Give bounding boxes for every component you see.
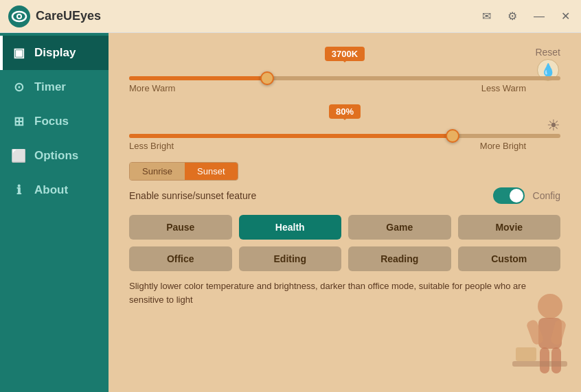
preset-movie[interactable]: Movie	[458, 215, 561, 240]
brightness-slider-wrapper: ☀	[129, 134, 560, 138]
title-bar-controls: ✉ ⚙ — ✕	[479, 7, 573, 25]
brightness-icon: ☀	[547, 117, 560, 135]
sidebar-label-display: Display	[34, 46, 76, 60]
sidebar-label-timer: Timer	[34, 80, 66, 94]
sunrise-toggle-label: Enable sunrise/sunset feature	[129, 190, 256, 201]
title-bar-left: CareUEyes	[8, 5, 479, 27]
svg-rect-10	[512, 361, 567, 367]
sunrise-toggle-row: Enable sunrise/sunset feature Config	[129, 187, 560, 204]
sidebar-item-about[interactable]: ℹ About	[0, 173, 109, 207]
temperature-slider-section: 3700K More Warm Less Warm	[129, 47, 560, 93]
brightness-thumb[interactable]	[446, 129, 459, 143]
sidebar-item-display[interactable]: ▣ Display	[0, 36, 109, 70]
preset-game[interactable]: Game	[348, 215, 451, 240]
temperature-bubble: 3700K	[325, 47, 365, 61]
preset-row-2: Office Editing Reading Custom	[129, 246, 560, 271]
preset-editing[interactable]: Editing	[239, 246, 342, 271]
brightness-track[interactable]	[129, 134, 560, 138]
temp-label-right: Less Warm	[481, 83, 526, 93]
sunrise-toggle-switch[interactable]	[493, 187, 525, 204]
close-button[interactable]: ✕	[558, 7, 573, 25]
bright-label-left: Less Bright	[129, 141, 174, 151]
sidebar-label-options: Options	[34, 149, 78, 163]
preset-health[interactable]: Health	[239, 215, 342, 240]
minimize-button[interactable]: —	[531, 8, 547, 25]
description-text: Slightly lower color temperature and bri…	[129, 279, 560, 306]
svg-rect-7	[550, 319, 567, 346]
sunset-tab[interactable]: Sunset	[185, 163, 237, 180]
preset-row-1: Pause Health Game Movie	[129, 215, 560, 240]
bright-label-right: More Bright	[480, 141, 526, 151]
svg-rect-11	[516, 347, 536, 361]
svg-rect-8	[540, 347, 549, 373]
focus-icon: ⊞	[11, 114, 26, 129]
main-layout: ▣ Display ⊙ Timer ⊞ Focus ⬜ Options ℹ Ab…	[0, 33, 581, 392]
preset-custom[interactable]: Custom	[458, 246, 561, 271]
about-icon: ℹ	[11, 183, 26, 198]
presets-section: Pause Health Game Movie Office Editing R…	[129, 215, 560, 271]
display-icon: ▣	[11, 45, 26, 60]
sidebar: ▣ Display ⊙ Timer ⊞ Focus ⬜ Options ℹ Ab…	[0, 33, 109, 392]
email-button[interactable]: ✉	[479, 7, 494, 25]
temperature-labels: More Warm Less Warm	[129, 83, 526, 93]
preset-reading[interactable]: Reading	[348, 246, 451, 271]
app-logo-icon	[8, 5, 30, 27]
sidebar-item-focus[interactable]: ⊞ Focus	[0, 104, 109, 139]
temperature-thumb[interactable]	[260, 71, 274, 85]
temperature-fill	[129, 76, 267, 80]
preset-office[interactable]: Office	[129, 246, 232, 271]
options-icon: ⬜	[11, 148, 26, 163]
svg-point-3	[18, 15, 21, 18]
timer-icon: ⊙	[11, 80, 26, 95]
brightness-fill	[129, 134, 453, 138]
temp-label-left: More Warm	[129, 83, 175, 93]
settings-button[interactable]: ⚙	[505, 7, 520, 25]
sidebar-item-timer[interactable]: ⊙ Timer	[0, 70, 109, 104]
app-title: CareUEyes	[36, 9, 101, 23]
brightness-bubble: 80%	[329, 104, 361, 119]
temperature-slider-wrapper	[129, 76, 560, 80]
sidebar-label-focus: Focus	[34, 115, 69, 128]
content-area: Reset 💧 3700K More Warm Less Warm 80%	[109, 33, 581, 392]
sunrise-tabs: Sunrise Sunset	[129, 162, 238, 181]
sidebar-label-about: About	[34, 183, 68, 197]
config-link[interactable]: Config	[533, 190, 560, 201]
preset-pause[interactable]: Pause	[129, 215, 232, 240]
toggle-thumb	[510, 189, 523, 203]
title-bar: CareUEyes ✉ ⚙ — ✕	[0, 0, 581, 33]
brightness-slider-section: 80% ☀ Less Bright More Bright	[129, 104, 560, 151]
svg-rect-6	[525, 319, 544, 345]
sidebar-item-options[interactable]: ⬜ Options	[0, 139, 109, 173]
svg-rect-5	[538, 318, 562, 349]
reset-link[interactable]: Reset	[535, 47, 560, 58]
sunrise-tab[interactable]: Sunrise	[130, 163, 185, 180]
toggle-config: Config	[493, 187, 560, 204]
svg-rect-9	[551, 347, 561, 373]
sunrise-section: Sunrise Sunset Enable sunrise/sunset fea…	[129, 162, 560, 204]
brightness-labels: Less Bright More Bright	[129, 141, 526, 151]
temperature-track[interactable]	[129, 76, 560, 80]
